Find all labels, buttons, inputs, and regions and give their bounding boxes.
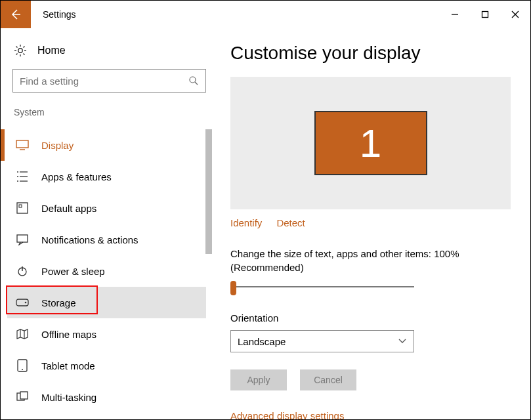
apply-button[interactable]: Apply	[230, 369, 287, 390]
nav-list: Display Apps & features Default apps Not…	[12, 129, 211, 413]
svg-point-11	[190, 77, 196, 83]
window-title: Settings	[31, 1, 440, 28]
sidebar-item-label: Notifications & actions	[41, 234, 138, 245]
detect-link[interactable]: Detect	[276, 217, 305, 228]
sidebar-item-multitasking[interactable]: Multi-tasking	[12, 381, 206, 413]
minimize-icon	[451, 10, 459, 18]
slider-track	[230, 286, 414, 287]
svg-rect-22	[19, 205, 22, 207]
display-icon	[15, 140, 30, 150]
svg-point-27	[25, 302, 27, 304]
sidebar-item-power[interactable]: Power & sleep	[12, 255, 206, 287]
orientation-label: Orientation	[230, 311, 511, 325]
home-link[interactable]: Home	[12, 40, 211, 69]
svg-rect-31	[20, 392, 28, 399]
default-apps-icon	[15, 202, 30, 214]
search-input[interactable]	[20, 75, 188, 87]
svg-line-12	[195, 82, 198, 85]
maximize-button[interactable]	[470, 1, 500, 28]
scale-label: Change the size of text, apps and other …	[230, 247, 511, 274]
close-button[interactable]	[500, 1, 530, 28]
svg-point-29	[22, 369, 23, 370]
svg-line-9	[16, 54, 18, 55]
back-button[interactable]	[1, 1, 31, 28]
svg-line-8	[24, 54, 25, 55]
sidebar-item-label: Display	[41, 140, 74, 151]
display-preview[interactable]: 1	[230, 77, 511, 209]
close-icon	[511, 10, 519, 18]
notifications-icon	[15, 234, 30, 245]
sidebar-item-label: Storage	[41, 297, 76, 308]
section-label: System	[12, 107, 211, 117]
advanced-display-link[interactable]: Advanced display settings	[230, 410, 511, 420]
sidebar-item-label: Multi-tasking	[41, 392, 96, 403]
storage-icon	[15, 299, 30, 306]
sidebar-item-label: Offline maps	[41, 329, 96, 340]
page-title: Customise your display	[230, 43, 511, 64]
apps-icon	[15, 171, 30, 182]
sidebar-item-storage[interactable]: Storage	[7, 287, 206, 318]
sidebar-item-label: Apps & features	[41, 171, 112, 182]
maximize-icon	[481, 10, 489, 18]
svg-line-10	[24, 47, 25, 48]
tablet-icon	[15, 359, 30, 372]
maps-icon	[15, 328, 30, 340]
gear-icon	[14, 44, 27, 57]
minimize-button[interactable]	[440, 1, 470, 28]
search-input-wrap[interactable]	[12, 69, 206, 93]
power-icon	[15, 265, 30, 277]
identify-link[interactable]: Identify	[230, 217, 262, 228]
svg-rect-23	[17, 235, 28, 242]
sidebar-item-label: Tablet mode	[41, 360, 95, 371]
sidebar-item-display[interactable]: Display	[12, 129, 206, 161]
monitor-number: 1	[360, 121, 381, 166]
main-pane: Customise your display 1 Identify Detect…	[211, 28, 530, 420]
sidebar-item-maps[interactable]: Offline maps	[12, 318, 206, 350]
active-indicator	[1, 129, 5, 161]
svg-point-2	[18, 49, 22, 52]
arrow-left-icon	[9, 8, 22, 21]
slider-thumb[interactable]	[230, 281, 236, 295]
svg-rect-1	[482, 12, 488, 18]
sidebar-item-label: Default apps	[41, 203, 96, 214]
sidebar: Home System Display Apps & features Defa…	[1, 28, 211, 420]
sidebar-item-label: Power & sleep	[41, 266, 105, 277]
chevron-down-icon	[398, 338, 407, 345]
scale-slider[interactable]	[230, 280, 414, 295]
svg-rect-21	[17, 203, 28, 213]
sidebar-item-default-apps[interactable]: Default apps	[12, 192, 206, 224]
svg-line-7	[16, 47, 18, 48]
cancel-button[interactable]: Cancel	[300, 369, 356, 390]
orientation-value: Landscape	[238, 336, 286, 347]
sidebar-item-notifications[interactable]: Notifications & actions	[12, 224, 206, 255]
multitasking-icon	[15, 391, 30, 403]
monitor-thumbnail[interactable]: 1	[314, 111, 427, 175]
titlebar: Settings	[1, 1, 530, 28]
search-icon	[188, 75, 199, 86]
svg-rect-13	[16, 140, 28, 148]
orientation-select[interactable]: Landscape	[230, 330, 414, 352]
sidebar-item-apps[interactable]: Apps & features	[12, 161, 206, 192]
home-label: Home	[37, 45, 66, 56]
sidebar-item-tablet[interactable]: Tablet mode	[12, 350, 206, 381]
